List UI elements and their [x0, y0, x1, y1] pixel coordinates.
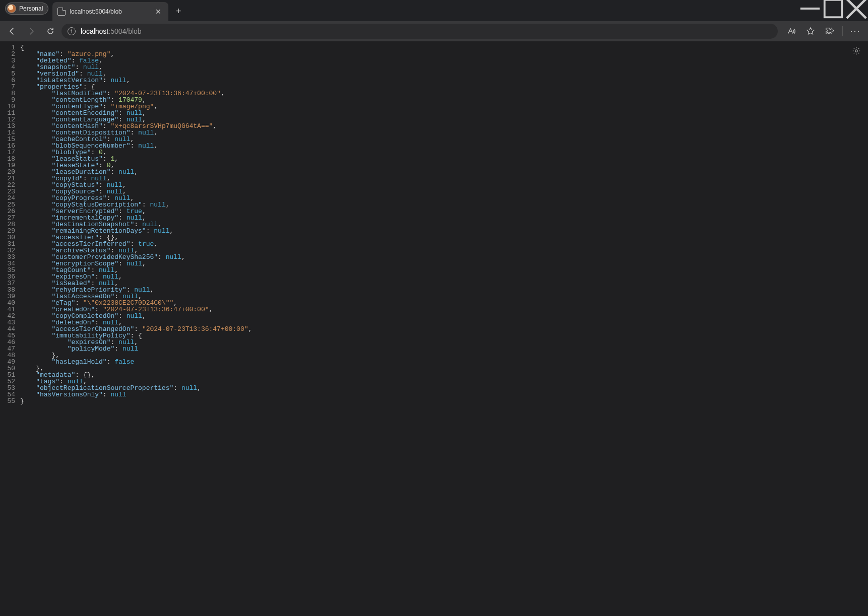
url-path: :5004/blob: [108, 27, 141, 35]
browser-tab[interactable]: localhost:5004/blob ✕: [52, 2, 168, 21]
forward-button[interactable]: [23, 23, 39, 39]
line-number: 55: [0, 398, 18, 404]
minimize-button[interactable]: [798, 0, 822, 17]
line-number: 1: [0, 44, 18, 51]
profile-label: Personal: [19, 5, 43, 12]
extensions-button[interactable]: [821, 23, 838, 40]
code-line: "hasVersionsOnly": null: [20, 391, 252, 398]
close-tab-button[interactable]: ✕: [153, 7, 163, 17]
line-number-gutter: 1234567891011121314151617181920212223242…: [0, 41, 18, 616]
line-number: 3: [0, 57, 18, 64]
refresh-button[interactable]: [42, 23, 58, 39]
address-bar[interactable]: i localhost:5004/blob: [61, 24, 778, 39]
toolbar-separator: [842, 26, 843, 36]
line-number: 5: [0, 71, 18, 77]
viewer-settings-button[interactable]: [852, 46, 861, 57]
avatar: [7, 4, 16, 13]
read-aloud-button[interactable]: [783, 23, 800, 40]
favorite-button[interactable]: [802, 23, 819, 40]
browser-toolbar: i localhost:5004/blob ···: [0, 21, 868, 41]
window-controls: [798, 0, 868, 17]
url-host: localhost: [81, 27, 108, 35]
site-info-icon[interactable]: i: [68, 27, 76, 35]
new-tab-button[interactable]: +: [172, 5, 184, 17]
svg-point-4: [855, 50, 858, 52]
json-viewer: 1234567891011121314151617181920212223242…: [0, 41, 868, 616]
maximize-button[interactable]: [822, 0, 845, 17]
back-button[interactable]: [4, 23, 20, 39]
close-window-button[interactable]: [845, 0, 868, 17]
profile-switcher[interactable]: Personal: [5, 3, 48, 15]
url-text: localhost:5004/blob: [81, 27, 142, 35]
menu-button[interactable]: ···: [847, 23, 864, 40]
tab-title: localhost:5004/blob: [70, 8, 149, 15]
window-titlebar: Personal localhost:5004/blob ✕ +: [0, 0, 868, 21]
line-number: 2: [0, 51, 18, 57]
json-code[interactable]: { "name": "azure.png", "deleted": false,…: [18, 41, 252, 616]
line-number: 8: [0, 90, 18, 97]
line-number: 7: [0, 84, 18, 90]
line-number: 6: [0, 77, 18, 84]
page-icon: [57, 8, 66, 16]
svg-rect-1: [825, 0, 842, 17]
line-number: 4: [0, 64, 18, 71]
toolbar-right: ···: [783, 23, 864, 40]
code-line: "hasLegalHold": false: [20, 359, 252, 365]
code-line: }: [20, 398, 252, 404]
